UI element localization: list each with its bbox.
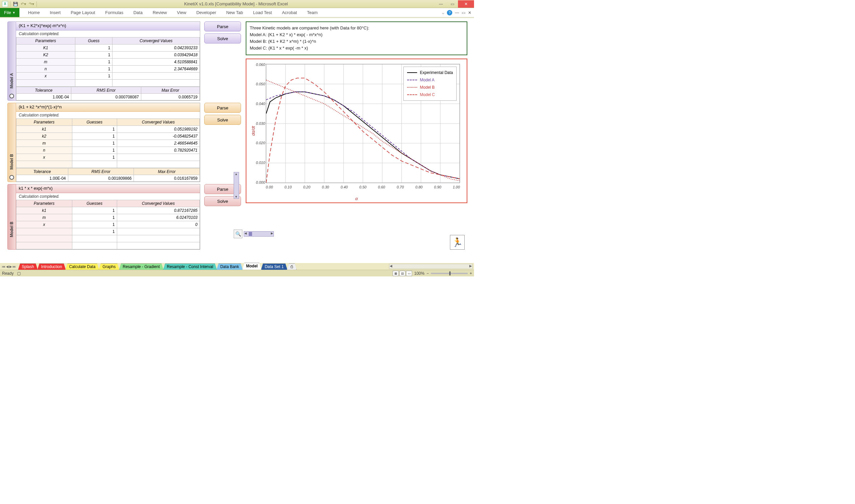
model-b-buttons: Parse Solve (204, 103, 241, 182)
model-b-formula[interactable]: (k1 + k2 *x^m)*(1-x)^n (16, 103, 200, 112)
mdi-minimize-icon[interactable]: — (455, 11, 459, 15)
param-guess[interactable]: 1 (75, 52, 112, 58)
model-c-formula[interactable]: k1 * x * exp(-m*x) (16, 184, 200, 193)
zoom-in-icon[interactable]: + (470, 271, 472, 276)
view-normal-icon[interactable]: ▦ (393, 271, 399, 276)
mdi-restore-icon[interactable]: ▭ (462, 11, 465, 15)
help-icon[interactable]: ? (447, 10, 452, 15)
undo-icon[interactable]: ↶▾ (20, 1, 26, 7)
param-guess[interactable]: 1 (72, 207, 117, 214)
status-bar: Ready ▢ ▦ ▤ ▭ 100% − + (0, 270, 474, 276)
file-tab-label: File (4, 10, 11, 15)
model-a-label: Model A (10, 73, 14, 88)
chart-box[interactable]: dα/dt α 0.0600.0500.0400.0300.0200.0100.… (246, 58, 467, 203)
hdr-max: Max Error (134, 168, 200, 175)
model-c-block: Model B k1 * x * exp(-m*x) Calculation c… (7, 184, 241, 250)
parse-button-a[interactable]: Parse (204, 21, 241, 32)
info-line: Three Kinetic models are compared here (… (250, 25, 463, 32)
view-layout-icon[interactable]: ▤ (399, 271, 405, 276)
sheet-tab-model[interactable]: Model (243, 263, 262, 270)
param-guess[interactable]: 1 (72, 221, 117, 228)
solve-button-b[interactable]: Solve (204, 115, 241, 125)
run-icon[interactable]: 🏃 (450, 235, 465, 250)
mdi-close-icon[interactable]: ✕ (468, 11, 471, 15)
legend-swatch-c (407, 94, 417, 95)
zoom-slider[interactable] (431, 273, 468, 274)
param-guess[interactable]: 1 (75, 58, 112, 66)
ribbon-tab-home[interactable]: Home (28, 10, 40, 15)
sheet-tab-splash[interactable]: Splash (18, 264, 38, 270)
model-a-sidebar: Model A (7, 21, 16, 101)
redo-icon[interactable]: ↷▾ (29, 1, 35, 7)
maximize-button[interactable]: ▭ (447, 0, 458, 8)
sheet-tab-data-set-1[interactable]: Data Set 1 (261, 264, 288, 270)
param-guess[interactable]: 1 (72, 133, 117, 140)
ribbon-tab-developer[interactable]: Developer (196, 10, 216, 15)
info-box: Three Kinetic models are compared here (… (246, 21, 467, 55)
model-c-table: ParametersGuessesConverged Values k110.8… (16, 200, 200, 249)
param-name: x (16, 73, 75, 80)
col-parameters: Parameters (16, 119, 72, 126)
chart-vscroll[interactable] (234, 172, 239, 199)
file-tab[interactable]: File▼ (0, 8, 19, 17)
table-row: m12.466544645 (16, 140, 200, 147)
close-button[interactable]: ✕ (458, 0, 474, 8)
ribbon-tab-new-tab[interactable]: New Tab (226, 10, 243, 15)
model-c-panel: k1 * x * exp(-m*x) Calculation completed… (16, 184, 200, 250)
hdr-rms: RMS Error (71, 87, 141, 94)
sheet-tab-resample-gradient[interactable]: Resample - Gradient (119, 264, 164, 270)
sheet-tab-graphs[interactable]: Graphs (99, 264, 119, 270)
horizontal-scrollbar[interactable] (389, 264, 473, 269)
save-icon[interactable]: 💾 (12, 1, 18, 7)
param-converged: 2.347644669 (112, 66, 200, 73)
param-guess[interactable]: 1 (75, 44, 112, 52)
param-guess[interactable]: 1 (72, 228, 117, 235)
param-guess[interactable]: 1 (72, 214, 117, 221)
ribbon-tab-view[interactable]: View (177, 10, 186, 15)
ribbon-tab-acrobat[interactable]: Acrobat (282, 10, 297, 15)
model-a-block: Model A (K1 + K2*x)*exp(-m*x^n) Calculat… (7, 21, 241, 101)
sheet-tab-calculate-data[interactable]: Calculate Data (65, 264, 99, 270)
ribbon-tab-review[interactable]: Review (153, 10, 167, 15)
model-b-errors: ToleranceRMS ErrorMax Error 1.00E-040.00… (16, 168, 200, 182)
minimize-button[interactable]: — (435, 0, 447, 8)
ribbon-tab-insert[interactable]: Insert (50, 10, 61, 15)
chart-hscroll[interactable] (244, 231, 274, 237)
param-converged: 0.782920471 (117, 147, 199, 154)
tab-nav[interactable]: ⏮◀▶⏭ (0, 265, 18, 268)
zoom-icon[interactable]: 🔍 (234, 230, 243, 238)
parse-button-b[interactable]: Parse (204, 103, 241, 113)
param-guess[interactable]: 1 (72, 154, 117, 161)
zoom-out-icon[interactable]: − (427, 271, 429, 276)
param-guess[interactable]: 1 (72, 140, 117, 147)
legend: Experimental Data Model A Model B Model … (404, 67, 457, 101)
param-name: n (16, 66, 75, 73)
ribbon-tab-team[interactable]: Team (307, 10, 318, 15)
legend-exp: Experimental Data (420, 70, 453, 75)
excel-icon[interactable]: X (2, 1, 8, 7)
param-guess[interactable]: 1 (72, 126, 117, 133)
param-guess[interactable]: 1 (75, 73, 112, 80)
solve-button-a[interactable]: Solve (204, 34, 241, 43)
x-ticks: 0.000.100.200.300.400.500.600.700.800.90… (266, 185, 460, 189)
ribbon-tab-data[interactable]: Data (133, 10, 142, 15)
view-break-icon[interactable]: ▭ (406, 271, 412, 276)
param-name: x (16, 221, 72, 228)
col-parameters: Parameters (16, 37, 75, 44)
table-row: 1 (16, 228, 200, 235)
insert-sheet-icon[interactable]: ⎙ (287, 264, 297, 270)
ribbon-collapse-icon[interactable]: ⌵ (442, 11, 444, 15)
sheet-tab-resample-const-interval[interactable]: Resample - Const Interval (163, 264, 217, 270)
ribbon-tab-load-test[interactable]: Load Test (253, 10, 272, 15)
sheet-tab-data-bank[interactable]: Data Bank (217, 264, 243, 270)
model-b-radio[interactable] (10, 175, 14, 180)
ribbon-tab-page-layout[interactable]: Page Layout (71, 10, 95, 15)
param-guess[interactable]: 1 (75, 66, 112, 73)
param-guess[interactable]: 1 (72, 147, 117, 154)
model-a-formula[interactable]: (K1 + K2*x)*exp(-m*x^n) (16, 22, 200, 31)
ribbon-tab-formulas[interactable]: Formulas (105, 10, 123, 15)
model-a-radio[interactable] (10, 94, 14, 98)
macro-record-icon[interactable]: ▢ (17, 271, 21, 276)
table-row: x1 (16, 73, 200, 80)
sheet-tab-introduction[interactable]: Introduction (37, 264, 66, 270)
